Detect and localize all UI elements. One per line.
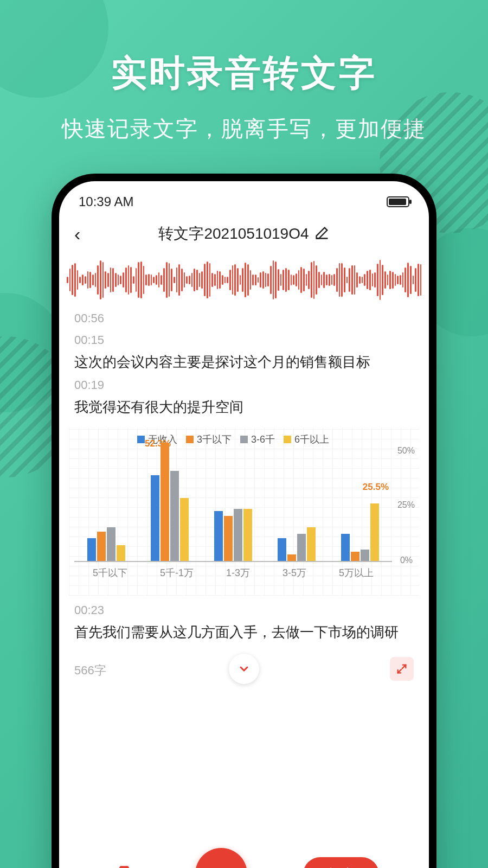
edit-icon[interactable] [314,225,330,242]
bar [370,503,379,561]
bar [107,527,115,561]
bar [160,443,169,561]
bar [151,475,159,561]
audio-waveform[interactable] [67,258,421,302]
entry-text: 我觉得还有很大的提升空间 [74,397,414,418]
bottom-toolbar: 保存 [59,839,429,868]
battery-icon [387,196,409,207]
bar [307,527,316,561]
entry-timestamp: 00:19 [74,378,414,392]
status-bar: 10:39 AM [59,181,429,215]
collapse-button[interactable] [229,654,259,684]
bar [361,550,369,561]
bar [243,509,252,561]
expand-button[interactable] [390,657,414,681]
chart-legend: 无收入3千以下3-6千6千以上 [74,433,392,446]
x-tick: 5万以上 [339,566,374,579]
page-title: 转文字2021051019O4 [158,224,309,244]
entry-text: 首先我们需要从这几方面入手，去做一下市场的调研 [74,622,414,643]
bar [278,538,286,561]
back-button[interactable]: ‹ [74,224,80,245]
legend-item: 3-6千 [240,433,275,446]
bar [234,509,242,561]
bar [351,552,359,561]
bar-group [341,448,379,561]
bar [97,532,106,561]
audio-total-time: 00:56 [59,302,429,328]
bar [214,511,223,561]
entry-text: 这次的会议内容主要是探讨这个月的销售额目标 [74,352,414,373]
bar [224,516,233,561]
word-count-bar: 566字 [59,643,429,683]
camera-button[interactable] [109,861,139,868]
bar [287,554,296,561]
transcript-entry: 00:23 首先我们需要从这几方面入手，去做一下市场的调研 [59,598,429,643]
legend-item: 3千以下 [186,433,232,446]
word-count: 566字 [74,663,106,677]
transcript-entry: 00:15 这次的会议内容主要是探讨这个月的销售额目标 [59,328,429,373]
bar [341,534,350,561]
x-tick: 3-5万 [282,566,306,579]
bar-group [278,448,316,561]
play-icon [211,864,231,868]
expand-icon [396,663,408,675]
x-tick: 5千-1万 [160,566,194,579]
entry-timestamp: 00:23 [74,603,414,617]
chart-x-labels: 5千以下5千-1万1-3万3-5万5万以上 [74,566,392,579]
bar [180,498,189,561]
legend-item: 6千以上 [284,433,329,446]
camera-icon [109,861,139,868]
bar-group [214,448,252,561]
bar [117,545,125,561]
x-tick: 1-3万 [226,566,250,579]
y-tick: 25% [397,500,415,510]
bar-group [151,448,189,561]
status-time: 10:39 AM [79,194,133,209]
phone-screen: 10:39 AM ‹ 转文字2021051019O4 00:56 00:15 这… [59,181,429,868]
bar-group [87,448,125,561]
chart-plot-area: 50% 25% 0% [74,448,392,562]
bar [87,538,96,561]
nav-bar: ‹ 转文字2021051019O4 [59,215,429,255]
chevron-down-icon [237,662,251,675]
save-button[interactable]: 保存 [303,857,379,869]
play-button[interactable] [195,848,247,868]
chart-container: 无收入3千以下3-6千6千以上 52.3% 25.5% 50% 25% 0% 5… [69,427,419,596]
y-tick: 50% [397,446,415,456]
y-tick: 0% [400,556,413,565]
bar [170,471,179,561]
bar [297,534,306,561]
phone-frame: 10:39 AM ‹ 转文字2021051019O4 00:56 00:15 这… [52,174,436,868]
transcript-entry: 00:19 我觉得还有很大的提升空间 [59,373,429,418]
entry-timestamp: 00:15 [74,333,414,347]
x-tick: 5千以下 [93,566,127,579]
